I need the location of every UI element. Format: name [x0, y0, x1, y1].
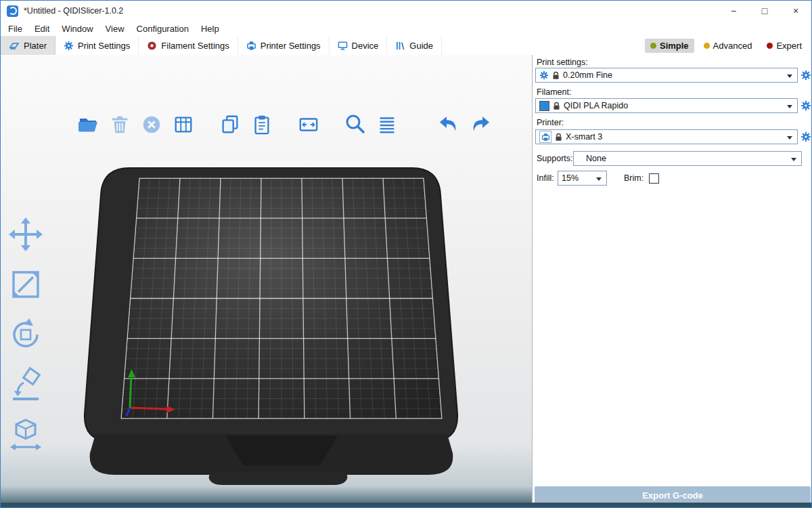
guide-books-icon: [395, 41, 405, 51]
variable-layer-height-button[interactable]: [376, 113, 399, 136]
gear-icon: [64, 41, 74, 51]
place-on-face-icon: [7, 366, 44, 403]
advanced-mode-dot-icon: [704, 43, 710, 49]
copy-button[interactable]: [219, 113, 242, 136]
lock-icon: [555, 133, 562, 142]
edit-printer-button[interactable]: [800, 131, 812, 143]
redo-button[interactable]: [469, 113, 492, 136]
delete-button[interactable]: [108, 113, 131, 136]
expert-mode-dot-icon: [767, 43, 773, 49]
rotate-tool-button[interactable]: [6, 315, 45, 354]
tab-label: Printer Settings: [261, 41, 321, 51]
split-button[interactable]: [297, 113, 320, 136]
filament-combo[interactable]: QIDI PLA Rapido: [535, 98, 798, 113]
undo-icon: [437, 113, 460, 136]
tab-filament-settings[interactable]: Filament Settings: [139, 36, 238, 55]
export-gcode-button[interactable]: Export G-code: [535, 486, 811, 505]
undo-button[interactable]: [437, 113, 460, 136]
maximize-button[interactable]: □: [749, 1, 780, 21]
filament-value: QIDI PLA Rapido: [564, 101, 628, 110]
printer-icon-box: [539, 131, 551, 143]
mode-simple[interactable]: Simple: [645, 39, 694, 53]
tab-label: Device: [352, 41, 379, 51]
paste-button[interactable]: [250, 113, 273, 136]
mode-expert[interactable]: Expert: [761, 39, 807, 53]
printer-label: Printer:: [537, 118, 564, 127]
sidebar: Print settings: 0.20mm Fine Filament: QI…: [532, 55, 812, 508]
menubar: File Edit Window View Configuration Help: [1, 21, 811, 36]
split-icon: [298, 114, 319, 135]
search-button[interactable]: [344, 113, 367, 136]
left-toolbar: [6, 215, 45, 454]
tab-print-settings[interactable]: Print Settings: [55, 36, 139, 55]
infill-combo[interactable]: 15%: [558, 171, 607, 186]
tab-label: Filament Settings: [161, 41, 229, 51]
delete-all-button[interactable]: [140, 113, 163, 136]
print-settings-label: Print settings:: [537, 58, 588, 67]
measure-icon: [7, 417, 44, 453]
brim-label: Brim:: [624, 173, 644, 183]
printer-icon: [541, 133, 550, 142]
tab-guide[interactable]: Guide: [387, 36, 442, 55]
open-project-button[interactable]: [76, 113, 99, 136]
scale-icon: [7, 266, 44, 303]
open-folder-icon: [76, 113, 99, 136]
copy-icon: [219, 114, 241, 135]
arrange-button[interactable]: [172, 113, 195, 136]
trash-icon: [109, 114, 131, 135]
plater-icon: [9, 40, 20, 51]
delete-all-icon: [141, 114, 162, 135]
scale-tool-button[interactable]: [6, 265, 45, 304]
mode-label: Simple: [660, 41, 689, 51]
menu-item-help[interactable]: Help: [195, 24, 225, 34]
tab-printer-settings[interactable]: Printer Settings: [238, 36, 330, 55]
infill-label: Infill:: [537, 173, 554, 183]
search-icon: [344, 112, 367, 137]
rotate-icon: [7, 316, 44, 353]
supports-combo[interactable]: None: [573, 151, 802, 166]
menu-item-view[interactable]: View: [99, 24, 131, 34]
app-logo-icon: [7, 5, 18, 17]
close-button[interactable]: ×: [780, 1, 811, 21]
tabbar: Plater Print Settings Filament Settings …: [1, 36, 811, 56]
printer-combo[interactable]: X-smart 3: [535, 129, 798, 144]
lock-icon: [553, 102, 560, 110]
printer-icon: [246, 41, 256, 51]
mode-advanced[interactable]: Advanced: [698, 39, 758, 53]
infill-value: 15%: [562, 173, 579, 183]
move-tool-button[interactable]: [6, 215, 45, 254]
chevron-down-icon: [787, 136, 792, 140]
tab-plater[interactable]: Plater: [1, 36, 55, 55]
minimize-button[interactable]: −: [718, 1, 749, 21]
filament-spool-icon: [147, 41, 157, 51]
tab-device[interactable]: Device: [330, 36, 388, 55]
menu-item-configuration[interactable]: Configuration: [131, 24, 195, 34]
top-toolbar: [76, 113, 492, 136]
brim-checkbox[interactable]: [649, 173, 659, 184]
menu-item-window[interactable]: Window: [55, 24, 99, 34]
3d-viewport[interactable]: [1, 55, 532, 508]
measure-tool-button[interactable]: [6, 415, 45, 454]
menu-item-edit[interactable]: Edit: [28, 24, 55, 34]
gear-icon: [800, 100, 811, 111]
edit-filament-button[interactable]: [800, 100, 812, 112]
mode-switcher: Simple Advanced Expert: [645, 36, 807, 55]
arrange-icon: [173, 114, 194, 135]
redo-icon: [469, 113, 492, 136]
mode-label: Expert: [776, 41, 802, 51]
print-settings-combo[interactable]: 0.20mm Fine: [535, 68, 798, 83]
menu-item-file[interactable]: File: [2, 24, 28, 34]
tab-label: Plater: [24, 41, 47, 51]
bed-handle-recess: [225, 436, 338, 465]
filament-label: Filament:: [537, 87, 571, 97]
edit-print-settings-button[interactable]: [800, 69, 812, 81]
chevron-down-icon: [787, 105, 792, 108]
gear-icon: [800, 70, 811, 81]
place-on-face-tool-button[interactable]: [6, 365, 45, 404]
tab-label: Guide: [409, 41, 433, 51]
supports-value: None: [586, 154, 606, 163]
print-settings-value: 0.20mm Fine: [563, 70, 612, 80]
lock-icon: [552, 71, 560, 80]
chevron-down-icon: [791, 158, 796, 161]
paste-icon: [251, 114, 273, 135]
